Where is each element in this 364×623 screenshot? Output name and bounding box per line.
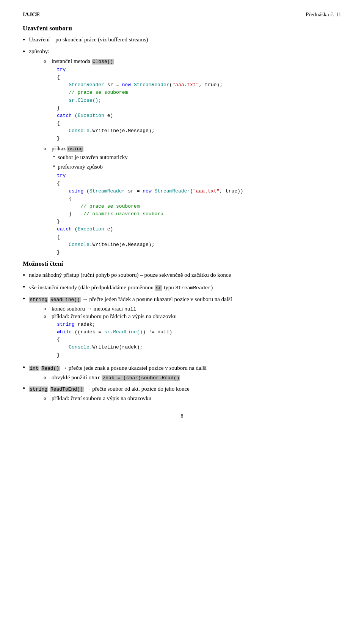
bullet-read: • int Read() → přečte jede znak a posune… (23, 363, 341, 373)
string-kw-2: string (29, 386, 48, 392)
o-symbol-6: o (44, 395, 50, 401)
section-uzavreni: Uzavření souboru • Uzavření – po skončen… (23, 25, 341, 256)
sr-var: sr (155, 285, 163, 291)
bullet-nelze-text: nelze náhodný přístup (ruční pohyb po so… (29, 271, 231, 279)
indent-priklad: o příklad: čtení souboru po řádcích a vý… (44, 313, 341, 320)
o-symbol-2: o (44, 145, 50, 151)
bullet-dot-7: • (23, 383, 25, 394)
o-symbol-1: o (44, 58, 50, 64)
bullet-dot-5: • (23, 294, 25, 304)
bullet-nelze: • nelze náhodný přístup (ruční pohyb po … (23, 271, 341, 281)
section-moznosti: Možnosti čtení • nelze náhodný přístup (… (23, 260, 341, 402)
bullet-dot-6: • (23, 363, 25, 373)
bullet-instancni-text: vše instanční metody (dále předpokládáme… (29, 283, 213, 292)
code-block-2: try { using (StreamReader sr = new Strea… (57, 172, 341, 256)
header-right: Přednáška č. 11 (306, 11, 341, 18)
bullet-readtoend-text: string ReadToEnd() → přečte soubor od ak… (29, 385, 189, 393)
sub-text-prefer: preferovaný způsob (58, 162, 103, 171)
instancni-label: instanční metoda (52, 58, 92, 64)
bullet-uzavreni-text: Uzavření – po skončení práce (viz buffer… (29, 35, 148, 44)
null-code: null (124, 306, 136, 312)
o-symbol-4: o (44, 313, 50, 319)
indent-close: o instanční metoda Close() (44, 58, 341, 65)
bullet-dot-3: • (23, 270, 25, 281)
bullet-dot-1: • (23, 35, 25, 45)
close-code: Close() (92, 59, 114, 65)
bullet-readtoend: • string ReadToEnd() → přečte soubor od … (23, 384, 341, 394)
o-text-priklad: příklad: čtení souboru po řádcích a výpi… (52, 313, 341, 320)
indent-using: o příkaz using (44, 145, 341, 152)
bullet-dot-2: • (23, 47, 25, 57)
indent-char: o obvyklé použití char znak = (char)soub… (44, 374, 341, 381)
bullet-instancni: • vše instanční metody (dále předpokládá… (23, 282, 341, 292)
o-text-using: příkaz using (52, 145, 341, 152)
o-text-null: konec souboru → metoda vrací null (52, 306, 341, 312)
header-left: IAJCE (23, 11, 40, 18)
bullet-readline: • string ReadLine() → přečte jeden řádek… (23, 294, 341, 304)
code-block-3: string radek; while ((radek = sr.ReadLin… (57, 321, 341, 359)
bullet-read-text: int Read() → přečte jede znak a posune u… (29, 364, 206, 372)
bullet-dot-4: • (23, 282, 25, 292)
page-number: 8 (23, 413, 341, 420)
page-header: IAJCE Přednáška č. 11 (23, 11, 341, 18)
o-symbol-5: o (44, 374, 50, 380)
indent-priklad2: o příklad: čtení souboru a výpis na obra… (44, 395, 341, 402)
section-title-uzavreni: Uzavření souboru (23, 25, 341, 32)
indent-null: o konec souboru → metoda vrací null (44, 306, 341, 312)
readtoend-method: ReadToEnd() (50, 386, 84, 392)
o-text-char: obvyklé použití char znak = (char)soubor… (52, 374, 341, 381)
char-kw: char (89, 375, 100, 381)
bullet-readline-text: string ReadLine() → přečte jeden řádek a… (29, 295, 232, 304)
code-block-1: try { StreamReader sr = new StreamReader… (57, 66, 341, 142)
o-text-priklad2: příklad: čtení souboru a výpis na obrazo… (52, 395, 341, 402)
sub-text-auto: soubor je uzavřen automaticky (58, 153, 128, 162)
char-code: znak = (char)soubor.Read() (102, 375, 180, 381)
readline-method: ReadLine() (50, 297, 81, 303)
string-kw: string (29, 297, 48, 303)
section-title-moznosti: Možnosti čtení (23, 260, 341, 268)
read-method: Read() (41, 366, 60, 371)
sub-bullet-prefer: ▪ preferovaný způsob (53, 162, 341, 171)
o-text-close: instanční metoda Close() (52, 58, 341, 65)
bullet-zpusoby-text: způsoby: (29, 47, 49, 56)
using-code: using (67, 146, 83, 152)
o-symbol-3: o (44, 306, 50, 312)
streamreader-type: StreamReader (176, 285, 211, 291)
bullet-uzavreni: • Uzavření – po skončení práce (viz buff… (23, 35, 341, 45)
sub-bullet-auto: ▪ soubor je uzavřen automaticky (53, 153, 341, 162)
int-kw: int (29, 366, 39, 371)
bullet-zpusoby: • způsoby: (23, 47, 341, 57)
